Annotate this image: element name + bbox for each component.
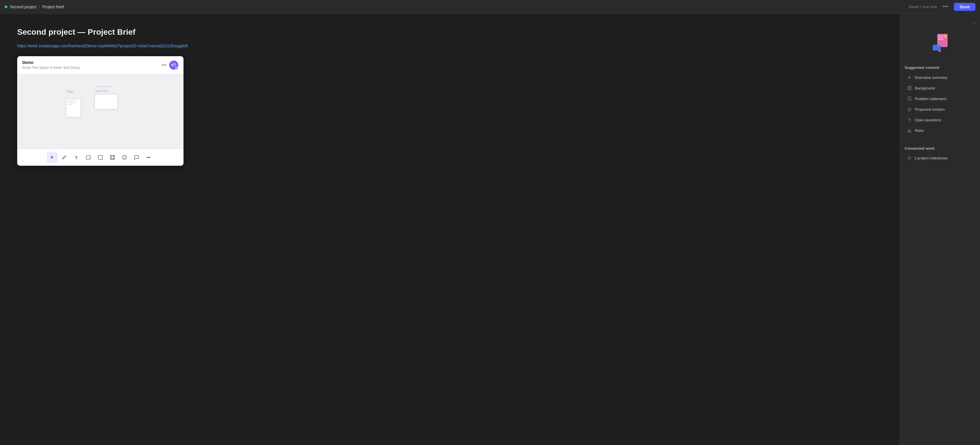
sticky-tool-button[interactable]	[95, 152, 106, 163]
sidebar-illustration	[900, 29, 980, 57]
text-tool-button[interactable]: T	[71, 152, 82, 163]
svg-point-5	[125, 157, 126, 157]
canvas-page-item	[66, 99, 81, 117]
embed-card-subtitle: Kevin Test Space in Kevin Test Group	[22, 66, 80, 70]
svg-point-12	[939, 50, 941, 52]
sidebar-item-background[interactable]: Background	[902, 83, 978, 93]
collapse-sidebar-button[interactable]: →|	[969, 18, 977, 26]
connected-item-milestones[interactable]: 2 project milestones	[902, 153, 978, 163]
brief-illustration-icon	[929, 32, 951, 54]
svg-rect-8	[938, 37, 943, 38]
connected-work-title: Connected work	[900, 144, 980, 153]
main-layout: Second project — Project Brief https://w…	[0, 14, 980, 445]
svg-point-4	[124, 157, 124, 157]
embed-card-actions: ••• KT	[161, 60, 178, 70]
canvas-preview: Page	[49, 83, 152, 140]
sidebar-item-problem-statement[interactable]: Problem statement	[902, 94, 978, 104]
rect-tool-button[interactable]	[83, 152, 94, 163]
sidebar-item-executive-summary[interactable]: A Executive summary	[902, 72, 978, 83]
risks-icon	[907, 128, 912, 133]
milestones-label: 2 project milestones	[914, 156, 948, 160]
open-questions-icon: ?	[907, 117, 912, 122]
project-status-dot	[5, 5, 8, 8]
breadcrumb-separator: ›	[39, 5, 40, 9]
select-tool-button[interactable]	[47, 152, 57, 163]
canvas-lines	[95, 86, 113, 87]
problem-statement-icon	[907, 96, 912, 101]
proposed-solution-icon	[907, 106, 912, 112]
embed-card-header: Demo Kevin Test Space in Kevin Test Grou…	[17, 56, 183, 74]
canvas-team-item	[95, 94, 118, 109]
pen-tool-button[interactable]	[59, 152, 70, 163]
topbar-actions: Saved • Just now ••• Done	[908, 3, 975, 11]
problem-statement-label: Problem statement	[915, 97, 946, 101]
emoji-tool-button[interactable]	[119, 152, 130, 163]
breadcrumb-project[interactable]: Second project	[10, 5, 37, 9]
embed-card-info: Demo Kevin Test Space in Kevin Test Grou…	[22, 60, 80, 70]
freehand-link[interactable]: https://work.invisionapp.com/freehand/De…	[17, 44, 883, 48]
comment-tool-button[interactable]	[131, 152, 142, 163]
freehand-canvas[interactable]: Page	[17, 74, 183, 149]
open-questions-label: Open questions	[915, 118, 941, 122]
more-tools-button[interactable]: •••	[143, 152, 154, 163]
executive-summary-icon: A	[907, 75, 912, 80]
embed-more-button[interactable]: •••	[161, 62, 166, 68]
svg-rect-15	[908, 157, 911, 159]
canvas-team-item-container: Team Pla...	[95, 86, 113, 93]
page-label: Page	[66, 90, 73, 93]
team-plan-label: Team Pla...	[95, 89, 110, 92]
background-icon	[907, 86, 912, 91]
more-options-button[interactable]: •••	[940, 3, 950, 11]
embed-toolbar: T •••	[17, 149, 183, 166]
right-sidebar: →| Suggested content A Ex	[900, 14, 980, 445]
canvas-page-label-text: Page	[66, 89, 81, 113]
proposed-solution-label: Proposed solution	[915, 107, 945, 111]
svg-rect-2	[110, 156, 115, 159]
connected-work-section: Connected work 2 project milestones	[900, 143, 980, 164]
svg-rect-0	[86, 156, 90, 159]
svg-marker-14	[908, 108, 911, 111]
breadcrumb-page[interactable]: Project brief	[43, 5, 64, 9]
sidebar-item-open-questions[interactable]: ? Open questions	[902, 115, 978, 125]
embed-card: Demo Kevin Test Space in Kevin Test Grou…	[17, 56, 183, 166]
embed-card-title: Demo	[22, 60, 80, 65]
sidebar-item-risks[interactable]: Risks	[902, 125, 978, 136]
content-area: Second project — Project Brief https://w…	[0, 14, 900, 445]
risks-label: Risks	[915, 129, 924, 133]
breadcrumb: Second project › Project brief	[5, 5, 64, 9]
frame-tool-button[interactable]	[107, 152, 118, 163]
sidebar-item-proposed-solution[interactable]: Proposed solution	[902, 104, 978, 114]
suggested-content-title: Suggested content	[900, 63, 980, 72]
background-label: Background	[915, 86, 935, 90]
svg-point-3	[123, 156, 126, 159]
suggested-content-section: Suggested content A Executive summary Ba…	[900, 63, 980, 136]
milestones-icon	[907, 156, 912, 160]
save-status: Saved • Just now	[908, 5, 937, 9]
executive-summary-label: Executive summary	[915, 75, 947, 80]
svg-rect-9	[938, 39, 943, 40]
page-title: Second project — Project Brief	[17, 27, 883, 37]
done-button[interactable]: Done	[954, 3, 975, 11]
topbar: Second project › Project brief Saved • J…	[0, 0, 980, 14]
avatar-badge	[175, 67, 178, 70]
svg-rect-11	[933, 45, 941, 51]
avatar: KT	[169, 60, 178, 70]
